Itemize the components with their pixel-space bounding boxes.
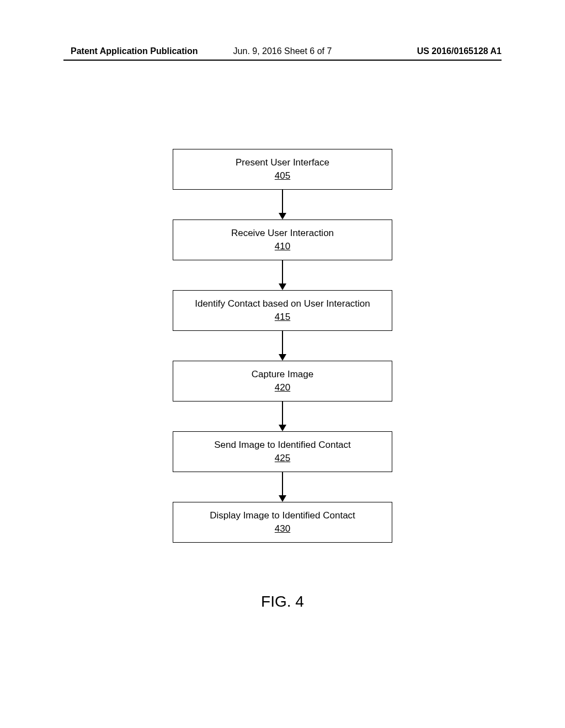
step-ref: 430 xyxy=(275,523,290,534)
flowchart-step: Identify Contact based on User Interacti… xyxy=(173,290,392,331)
step-ref: 415 xyxy=(275,312,290,323)
arrow-down-icon xyxy=(279,331,286,361)
arrow-down-icon xyxy=(279,190,286,220)
header-divider xyxy=(63,60,502,61)
arrow-down-icon xyxy=(279,472,286,502)
header-left: Patent Application Publication xyxy=(71,46,198,56)
header-right: US 2016/0165128 A1 xyxy=(417,46,502,56)
arrow-down-icon xyxy=(279,260,286,290)
flowchart-step: Capture Image 420 xyxy=(173,361,392,402)
step-label: Receive User Interaction xyxy=(179,228,386,239)
step-label: Present User Interface xyxy=(179,157,386,168)
step-ref: 425 xyxy=(275,453,290,464)
flowchart-step: Receive User Interaction 410 xyxy=(173,220,392,260)
page-header: Patent Application Publication Jun. 9, 2… xyxy=(0,46,565,56)
header-center: Jun. 9, 2016 Sheet 6 of 7 xyxy=(233,46,332,56)
flowchart: Present User Interface 405 Receive User … xyxy=(173,149,392,543)
arrow-down-icon xyxy=(279,402,286,431)
step-ref: 410 xyxy=(275,241,290,252)
step-label: Display Image to Identified Contact xyxy=(179,510,386,521)
flowchart-step: Display Image to Identified Contact 430 xyxy=(173,502,392,543)
figure-label: FIG. 4 xyxy=(261,593,304,611)
step-ref: 405 xyxy=(275,170,290,181)
step-label: Send Image to Identified Contact xyxy=(179,440,386,451)
step-label: Capture Image xyxy=(179,369,386,380)
step-ref: 420 xyxy=(275,382,290,393)
flowchart-step: Send Image to Identified Contact 425 xyxy=(173,431,392,472)
flowchart-step: Present User Interface 405 xyxy=(173,149,392,190)
step-label: Identify Contact based on User Interacti… xyxy=(179,298,386,309)
